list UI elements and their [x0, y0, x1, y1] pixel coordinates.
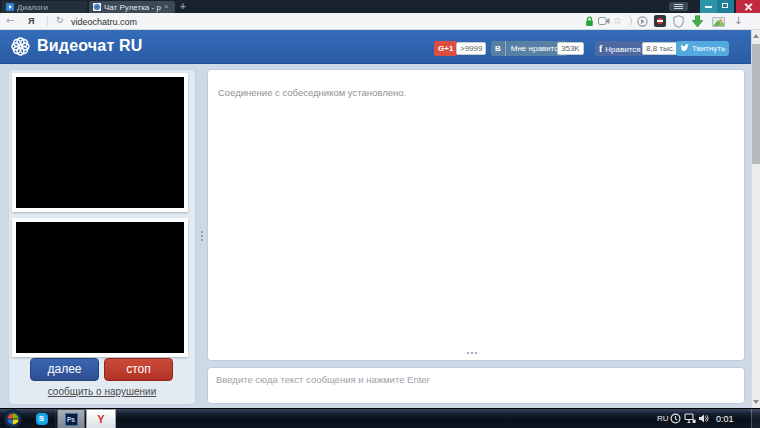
tray-update-icon[interactable] [670, 413, 681, 424]
facebook-like-label: Нравится [605, 45, 640, 54]
taskbar-skype-button[interactable]: S [28, 409, 56, 428]
downloads-icon[interactable]: ↓ [734, 15, 742, 26]
taskbar-yandex-browser-button[interactable]: Y [86, 409, 116, 428]
video-feed-bottom [12, 218, 188, 357]
new-tab-button[interactable]: + [177, 1, 189, 12]
skype-icon: S [36, 413, 48, 425]
gplus-button[interactable]: G+1 [434, 41, 457, 56]
facebook-icon: f [599, 43, 602, 54]
adblock-extension-icon[interactable] [654, 15, 666, 27]
language-indicator[interactable]: RU [657, 414, 669, 423]
photoshop-icon: Ps [65, 413, 78, 426]
site-title: Видеочат RU [37, 37, 143, 55]
vk-counter: 353K [557, 42, 584, 55]
play-favicon-icon [6, 3, 14, 11]
gplus-counter: >9999 [456, 42, 486, 55]
horizontal-splitter-handle[interactable] [467, 352, 477, 354]
stop-button[interactable]: стоп [104, 358, 173, 381]
back-icon[interactable]: ← [6, 15, 14, 26]
chat-log-panel: Соединение с собеседником установлено. [207, 69, 745, 361]
lock-icon [585, 16, 594, 27]
camera-icon[interactable] [598, 17, 610, 25]
site-header: Видеочат RU G+1 >9999 ВМне нравится 353K… [0, 30, 760, 64]
vertical-splitter-handle[interactable] [199, 231, 204, 241]
screen: Диалоги Чат Рулетка - русский × + ← Я ↻ … [0, 0, 760, 428]
taskbar-photoshop-button[interactable]: Ps [57, 409, 85, 428]
scrollbar-thumb[interactable] [752, 44, 760, 164]
vk-like-button[interactable]: ВМне нравится [491, 41, 567, 56]
browser-tab-bar: Диалоги Чат Рулетка - русский × + [0, 0, 760, 13]
tab-close-icon[interactable]: × [164, 3, 171, 11]
bookmark-star-icon[interactable]: ☆ [613, 15, 622, 26]
url-input[interactable]: videochatru.com [71, 17, 137, 27]
tweet-label: Твитнуть [692, 44, 725, 53]
report-abuse-link[interactable]: сообщить о нарушении [8, 386, 196, 397]
videochat-favicon-icon [93, 3, 101, 11]
image-extension-icon[interactable] [712, 17, 725, 27]
scroll-up-icon[interactable] [753, 34, 759, 38]
next-button[interactable]: далее [30, 358, 99, 381]
start-button-icon[interactable] [3, 409, 23, 428]
message-input[interactable] [214, 372, 736, 400]
twitter-bird-icon [680, 43, 690, 52]
tab-label: Чат Рулетка - русский [104, 3, 161, 12]
refresh-icon[interactable]: ↻ [56, 15, 64, 25]
page-scrollbar[interactable] [751, 30, 760, 408]
tab-label: Диалоги [17, 3, 83, 12]
address-bar: ← Я ↻ videochatru.com ☆ ↓ [0, 13, 760, 30]
show-desktop-button[interactable] [751, 409, 760, 428]
message-input-panel [207, 367, 745, 404]
tray-volume-icon[interactable] [698, 413, 709, 424]
tray-network-icon[interactable] [684, 413, 696, 424]
browser-menu-icon[interactable] [669, 2, 688, 11]
taskbar: S Ps Y RU 0:01 [0, 408, 760, 428]
window-minimize-button[interactable] [700, 0, 717, 13]
facebook-counter: 8,8 тыс. [642, 42, 679, 55]
tab-dialogs[interactable]: Диалоги [2, 1, 87, 13]
divider [47, 16, 48, 26]
scroll-down-icon[interactable] [753, 400, 759, 404]
vk-logo-icon: В [491, 41, 506, 56]
omnibox-curve-divider [626, 15, 632, 27]
videochat-logo-icon [9, 35, 32, 58]
video-feed-top [12, 73, 188, 212]
window-close-button[interactable] [736, 0, 760, 13]
shield-extension-icon[interactable] [673, 15, 684, 28]
yandex-logo-icon[interactable]: Я [28, 16, 34, 26]
yandex-browser-icon: Y [97, 410, 104, 428]
clock[interactable]: 0:01 [716, 414, 746, 424]
window-maximize-button[interactable] [717, 0, 734, 13]
facebook-like-button[interactable]: fНравится [595, 41, 645, 56]
tab-chat-roulette[interactable]: Чат Рулетка - русский × [89, 1, 175, 13]
turbo-extension-icon[interactable] [637, 16, 648, 27]
tweet-button[interactable]: Твитнуть [676, 41, 729, 56]
system-message: Соединение с собеседником установлено. [218, 87, 406, 98]
green-download-extension-icon[interactable] [691, 15, 704, 28]
